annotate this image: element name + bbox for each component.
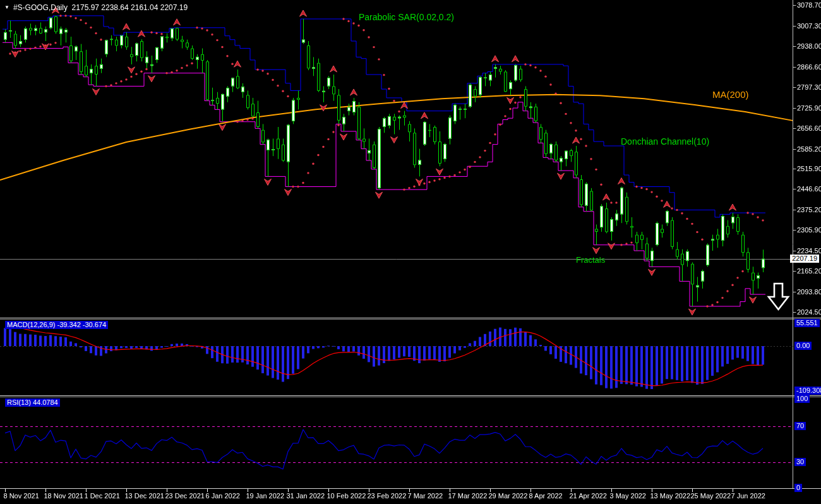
rsi-axis-value: 0: [794, 484, 802, 492]
rsi-axis-value: 100: [794, 395, 810, 403]
price-axis-label: 2375.20: [797, 206, 821, 214]
macd-axis-value: -109.308: [794, 387, 821, 395]
price-axis-label: 2446.60: [797, 185, 821, 193]
date-axis-label: 7 Mar 2022: [408, 492, 443, 500]
macd-axis-value: 55.551: [794, 319, 820, 327]
macd-indicator-label: MACD(12,26,9) -39.342 -30.674: [5, 321, 108, 329]
date-axis-label: 13 Dec 2021: [125, 492, 164, 500]
price-axis-label: 2515.90: [797, 165, 821, 173]
price-axis-label: 3078.70: [797, 1, 821, 9]
price-axis-label: 2656.60: [797, 124, 821, 133]
macd-axis-value: 0.00: [794, 342, 812, 350]
date-axis-label: 8 Nov 2021: [4, 492, 39, 500]
date-axis-label: 1 Dec 2021: [85, 492, 120, 500]
price-axis-label: 2305.90: [797, 226, 821, 234]
price-axis-label: 2024.50: [797, 308, 821, 316]
chart-canvas[interactable]: [0, 0, 821, 504]
symbol-period-label: #S-GOOG,Daily: [13, 3, 68, 12]
down-arrow-annotation[interactable]: [765, 282, 792, 312]
current-price-tag: 2207.19: [790, 255, 819, 263]
date-axis-label: 18 Nov 2021: [44, 492, 83, 500]
date-axis-label: 19 Jan 2022: [246, 492, 285, 500]
date-axis-label: 23 Dec 2021: [165, 492, 205, 500]
date-axis-label: 23 Feb 2022: [368, 492, 407, 500]
rsi-axis-value: 30: [794, 458, 806, 466]
date-axis-label: 10 Feb 2022: [327, 492, 366, 500]
date-axis-label: 21 Apr 2022: [570, 492, 607, 500]
date-axis-label: 25 May 2022: [691, 492, 731, 500]
price-axis-label: 3007.30: [797, 22, 821, 30]
chart-title: ▼#S-GOOG,Daily 2175.97 2238.64 2161.04 2…: [4, 3, 188, 12]
date-axis-label: 13 May 2022: [650, 492, 691, 500]
fractals-label: Fractals: [576, 256, 605, 264]
date-axis-label: 29 Mar 2022: [489, 492, 528, 500]
ohlc-values: 2175.97 2238.64 2161.04 2207.19: [72, 3, 188, 12]
rsi-axis-value: 70: [794, 422, 806, 430]
date-axis-label: 6 Jan 2022: [206, 492, 240, 500]
parabolic-sar-label: Parabolic SAR(0.02,0.2): [359, 13, 454, 21]
date-axis-label: 31 Jan 2022: [287, 492, 325, 500]
price-axis-label: 2585.20: [797, 145, 821, 153]
ma200-label: MA(200): [712, 90, 749, 99]
date-axis-label: 8 Apr 2022: [529, 492, 563, 500]
rsi-indicator-label: RSI(13) 44.0784: [5, 399, 60, 407]
date-axis-label: 7 Jun 2022: [731, 492, 765, 500]
price-axis-label: 2234.50: [797, 247, 821, 255]
price-axis-label: 2797.30: [797, 83, 821, 92]
trading-chart-window: ▼#S-GOOG,Daily 2175.97 2238.64 2161.04 2…: [0, 0, 821, 504]
donchian-label: Donchian Channel(10): [621, 138, 709, 146]
price-axis-label: 2938.00: [797, 42, 821, 51]
price-axis-label: 2725.90: [797, 104, 821, 112]
price-axis-label: 2093.80: [797, 288, 821, 296]
price-axis-label: 2866.60: [797, 63, 821, 71]
date-axis-label: 3 May 2022: [610, 492, 646, 500]
date-axis-label: 17 Mar 2022: [448, 492, 488, 500]
price-axis-label: 2165.20: [797, 267, 821, 275]
collapse-indicators-icon[interactable]: ▼: [4, 4, 9, 10]
